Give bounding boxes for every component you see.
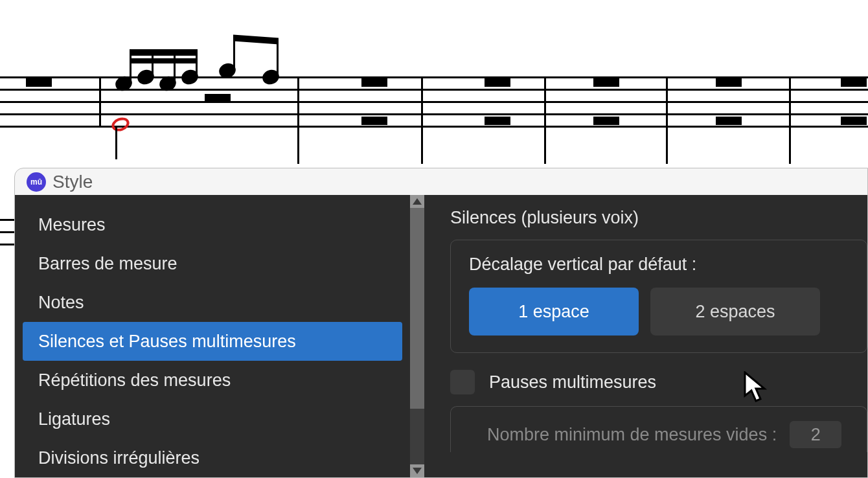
half-rest [716, 117, 742, 125]
half-rest [841, 117, 867, 125]
sidebar: Mesures Barres de mesure Notes Silences … [15, 195, 410, 477]
sidebar-item-label: Ligatures [38, 409, 110, 429]
section-title-silences: Silences (plusieurs voix) [450, 208, 867, 228]
whole-rest [485, 78, 510, 87]
barline [544, 76, 546, 164]
chevron-up-icon [413, 198, 422, 205]
sidebar-wrap: Mesures Barres de mesure Notes Silences … [15, 195, 424, 477]
offset-label: Décalage vertical par défaut : [469, 255, 849, 275]
whole-rest [593, 78, 619, 87]
beam [233, 35, 279, 45]
barline [789, 76, 791, 164]
sidebar-item-label: Notes [38, 293, 84, 313]
stem [233, 38, 235, 70]
min-empty-row: Nombre minimum de mesures vides : 2 [469, 421, 849, 448]
multimeasure-row: Pauses multimesures [450, 370, 867, 394]
barline [99, 76, 101, 128]
sidebar-item-silences[interactable]: Silences et Pauses multimesures [23, 322, 402, 361]
dialog-title: Style [52, 172, 93, 192]
beam [130, 58, 198, 63]
half-rest [205, 94, 231, 102]
sidebar-item-label: Répétitions des mesures [38, 370, 231, 391]
sidebar-item-repetitions[interactable]: Répétitions des mesures [23, 361, 402, 400]
whole-rest [361, 78, 387, 87]
scroll-up-button[interactable] [410, 195, 424, 208]
barline [421, 76, 423, 164]
titlebar[interactable]: mû Style [15, 168, 867, 195]
stem [115, 127, 117, 159]
spinbox-value: 2 [811, 425, 821, 445]
sidebar-item-label: Divisions irrégulières [38, 448, 200, 468]
half-rest [361, 117, 387, 125]
svg-text:mû: mû [30, 177, 42, 187]
offset-option-2[interactable]: 2 espaces [650, 288, 820, 336]
selected-note[interactable] [109, 115, 131, 133]
offset-group: Décalage vertical par défaut : 1 espace … [450, 240, 867, 353]
half-rest [485, 117, 510, 125]
min-empty-label: Nombre minimum de mesures vides : [487, 425, 777, 445]
stem [277, 40, 279, 76]
app-icon: mû [27, 172, 46, 192]
barline [666, 76, 668, 164]
whole-rest [26, 78, 52, 87]
multimeasure-checkbox[interactable] [450, 370, 475, 394]
sidebar-item-barlines[interactable]: Barres de mesure [23, 244, 402, 283]
min-empty-spinbox[interactable]: 2 [790, 421, 841, 448]
content-pane: Silences (plusieurs voix) Décalage verti… [424, 195, 867, 477]
style-dialog: mû Style Mesures Barres de mesure Notes … [14, 168, 868, 478]
sidebar-item-mesures[interactable]: Mesures [23, 205, 402, 244]
sidebar-scrollbar[interactable] [410, 195, 424, 477]
sidebar-item-label: Silences et Pauses multimesures [38, 332, 296, 352]
whole-rest [716, 78, 742, 87]
sidebar-item-label: Barres de mesure [38, 254, 177, 274]
whole-rest [841, 78, 867, 87]
sidebar-item-label: Mesures [38, 215, 106, 235]
chevron-down-icon [413, 468, 422, 474]
offset-option-1[interactable]: 1 espace [469, 288, 639, 336]
multimeasure-label: Pauses multimesures [489, 372, 656, 393]
barline [297, 76, 299, 164]
sidebar-item-ligatures[interactable]: Ligatures [23, 400, 402, 438]
multimeasure-group: Nombre minimum de mesures vides : 2 [450, 406, 867, 452]
scroll-down-button[interactable] [410, 464, 424, 477]
scroll-thumb[interactable] [410, 208, 424, 409]
sidebar-item-divisions[interactable]: Divisions irrégulières [23, 438, 402, 477]
beam [130, 49, 198, 56]
dialog-body: Mesures Barres de mesure Notes Silences … [15, 195, 867, 477]
sidebar-item-notes[interactable]: Notes [23, 283, 402, 322]
half-rest [593, 117, 619, 125]
offset-options: 1 espace 2 espaces [469, 288, 849, 336]
